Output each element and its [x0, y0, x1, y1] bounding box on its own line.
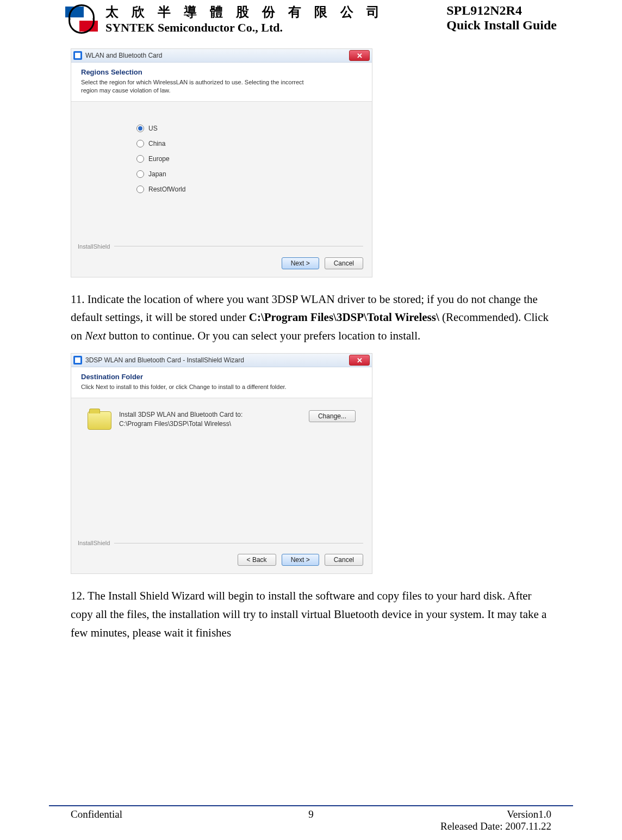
change-button[interactable]: Change... [309, 410, 356, 422]
italic-next: Next [85, 329, 105, 342]
close-button[interactable]: ✕ [349, 355, 370, 366]
text-segment: The Install Shield Wizard will begin to … [71, 589, 546, 639]
radio-group-panel: US China Europe Japan RestOfWorld [71, 102, 372, 243]
window-title-text: 3DSP WLAN and Bluetooth Card - InstallSh… [85, 356, 244, 364]
radio-icon [136, 155, 144, 163]
banner-title: Destination Folder [81, 373, 362, 381]
installshield-label-row: InstallShield [71, 540, 372, 548]
footer-page-number: 9 [0, 808, 622, 820]
close-button[interactable]: ✕ [349, 50, 370, 61]
bold-path: C:\Program Files\3DSP\Total Wireless\ [249, 311, 439, 324]
app-icon [73, 356, 82, 365]
installshield-label-row: InstallShield [71, 243, 372, 252]
installshield-label: InstallShield [78, 540, 110, 546]
radio-icon [136, 125, 144, 132]
dest-line2: C:\Program Files\3DSP\Total Wireless\ [119, 419, 301, 429]
radio-option-japan[interactable]: Japan [136, 170, 350, 178]
footer-released-date: Released Date: 2007.11.22 [440, 820, 551, 832]
window-title: 3DSP WLAN and Bluetooth Card - InstallSh… [73, 356, 244, 365]
radio-option-europe[interactable]: Europe [136, 155, 350, 163]
screenshot-destination-folder: 3DSP WLAN and Bluetooth Card - InstallSh… [71, 353, 372, 574]
window-titlebar: WLAN and Bluetooth Card ✕ [71, 49, 372, 63]
footer-divider [49, 805, 573, 806]
guide-title: Quick Install Guide [446, 18, 557, 33]
page-content: WLAN and Bluetooth Card ✕ Regions Select… [0, 48, 622, 642]
banner-subtitle: Select the region for which WirelessLAN … [81, 78, 315, 95]
radio-icon [136, 170, 144, 178]
header-right: SPL912N2R4 Quick Install Guide [446, 3, 557, 35]
step-11-text: 11. Indicate the location of where you w… [71, 291, 551, 345]
radio-label: Europe [148, 155, 170, 163]
cancel-button[interactable]: Cancel [325, 554, 363, 566]
divider [114, 543, 363, 543]
window-titlebar: 3DSP WLAN and Bluetooth Card - InstallSh… [71, 354, 372, 367]
radio-option-restofworld[interactable]: RestOfWorld [136, 186, 350, 193]
radio-option-us[interactable]: US [136, 125, 350, 132]
radio-label: China [148, 140, 165, 147]
close-icon: ✕ [357, 357, 363, 364]
destination-text: Install 3DSP WLAN and Bluetooth Card to:… [119, 410, 301, 429]
folder-icon [88, 411, 111, 430]
radio-label: US [148, 125, 158, 132]
model-number: SPL912N2R4 [446, 3, 557, 18]
step-12-text: 12. The Install Shield Wizard will begin… [71, 587, 551, 642]
dialog-button-bar: Next > Cancel [71, 252, 372, 277]
company-name-block: 太 欣 半 導 體 股 份 有 限 公 司 SYNTEK Semiconduct… [105, 3, 384, 35]
close-icon: ✕ [357, 52, 363, 59]
company-name-cn: 太 欣 半 導 體 股 份 有 限 公 司 [105, 3, 384, 21]
radio-option-china[interactable]: China [136, 140, 350, 147]
window-title: WLAN and Bluetooth Card [73, 51, 162, 60]
app-icon [73, 51, 82, 60]
step-number: 12. [71, 589, 85, 602]
page-header: 太 欣 半 導 體 股 份 有 限 公 司 SYNTEK Semiconduct… [0, 0, 622, 40]
company-logo-icon [65, 4, 98, 34]
company-name-en: SYNTEK Semiconductor Co., Ltd. [105, 21, 384, 35]
header-left: 太 欣 半 導 體 股 份 有 限 公 司 SYNTEK Semiconduct… [65, 3, 384, 35]
text-segment: button to continue. Or you can select yo… [106, 329, 421, 342]
radio-icon [136, 186, 144, 193]
dialog-banner: Regions Selection Select the region for … [71, 63, 372, 102]
page-footer: Confidential 9 Version1.0 Released Date:… [0, 808, 622, 832]
next-button[interactable]: Next > [282, 257, 319, 269]
radio-label: Japan [148, 170, 166, 178]
dialog-banner: Destination Folder Click Next to install… [71, 367, 372, 398]
cancel-button[interactable]: Cancel [325, 257, 363, 269]
banner-subtitle: Click Next to install to this folder, or… [81, 383, 315, 391]
next-button[interactable]: Next > [282, 554, 319, 566]
screenshot-regions-selection: WLAN and Bluetooth Card ✕ Regions Select… [71, 48, 372, 277]
destination-row: Install 3DSP WLAN and Bluetooth Card to:… [82, 408, 361, 432]
radio-icon [136, 140, 144, 147]
window-title-text: WLAN and Bluetooth Card [85, 52, 162, 59]
installshield-label: InstallShield [78, 243, 110, 250]
dialog-button-bar: < Back Next > Cancel [71, 548, 372, 573]
radio-label: RestOfWorld [148, 186, 185, 193]
back-button[interactable]: < Back [238, 554, 276, 566]
destination-panel: Install 3DSP WLAN and Bluetooth Card to:… [71, 398, 372, 540]
divider [114, 246, 363, 246]
dest-line1: Install 3DSP WLAN and Bluetooth Card to: [119, 410, 301, 419]
banner-title: Regions Selection [81, 68, 362, 76]
step-number: 11. [71, 293, 84, 306]
document-page: 太 欣 半 導 體 股 份 有 限 公 司 SYNTEK Semiconduct… [0, 0, 622, 840]
